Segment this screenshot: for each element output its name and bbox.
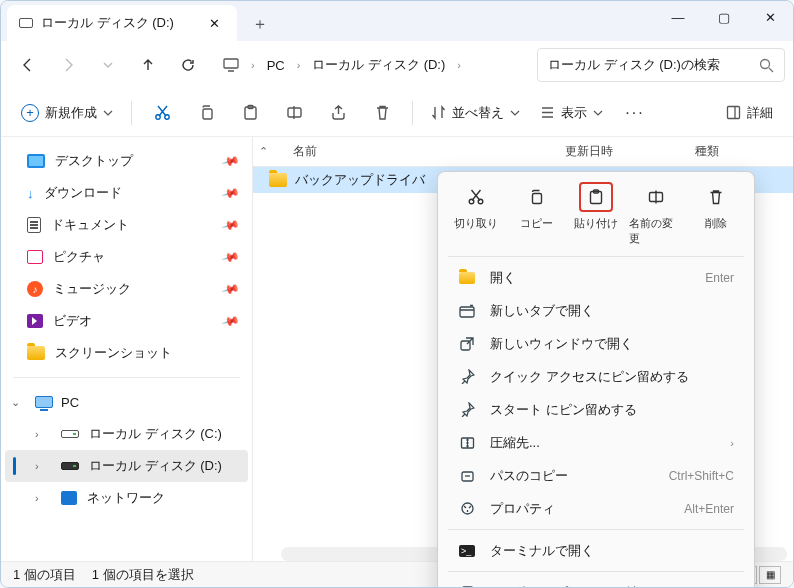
ctx-open[interactable]: 開くEnter <box>442 261 750 294</box>
toolbar: + 新規作成 並べ替え 表示 ··· 詳細 <box>1 89 793 137</box>
search-input[interactable]: ローカル ディスク (D:)の検索 <box>537 48 785 82</box>
sidebar-label: ドキュメント <box>51 216 129 234</box>
back-button[interactable] <box>9 47 47 83</box>
ctx-open-new-window[interactable]: 新しいウィンドウで開く <box>442 327 750 360</box>
chevron-right-icon: › <box>35 460 51 472</box>
search-icon <box>759 58 774 73</box>
document-icon <box>27 217 41 233</box>
ctx-rename[interactable]: 名前の変更 <box>629 182 683 246</box>
rename-button[interactable] <box>274 95 314 131</box>
view-icon <box>540 105 555 120</box>
new-label: 新規作成 <box>45 104 97 122</box>
column-date[interactable]: 更新日時 <box>553 143 683 160</box>
ctx-properties[interactable]: プロパティAlt+Enter <box>442 492 750 525</box>
ctx-compress[interactable]: 圧縮先...› <box>442 426 750 459</box>
sidebar-label: ミュージック <box>53 280 131 298</box>
chevron-right-icon[interactable]: › <box>453 59 465 71</box>
column-name[interactable]: 名前 <box>281 143 553 160</box>
sort-label: 並べ替え <box>452 104 504 122</box>
chevron-right-icon[interactable]: › <box>293 59 305 71</box>
maximize-button[interactable]: ▢ <box>701 1 747 33</box>
sidebar-item-documents[interactable]: ドキュメント📌 <box>5 209 248 241</box>
sidebar-item-downloads[interactable]: ↓ダウンロード📌 <box>5 177 248 209</box>
copy-path-icon <box>458 468 476 483</box>
separator <box>448 571 744 572</box>
ctx-copy[interactable]: コピー <box>509 182 563 246</box>
terminal-icon: >_ <box>458 545 476 557</box>
new-button[interactable]: + 新規作成 <box>13 95 121 131</box>
sidebar-item-videos[interactable]: ビデオ📌 <box>5 305 248 337</box>
chevron-right-icon[interactable]: › <box>247 59 259 71</box>
details-pane-button[interactable]: 詳細 <box>718 95 781 131</box>
view-button[interactable]: 表示 <box>532 95 611 131</box>
delete-icon <box>699 182 733 212</box>
close-button[interactable]: ✕ <box>747 1 793 33</box>
ctx-more-options[interactable]: その他のオプションを確認 <box>442 576 750 588</box>
sidebar-item-desktop[interactable]: デスクトップ📌 <box>5 145 248 177</box>
sidebar-item-disk-c[interactable]: ›ローカル ディスク (C:) <box>5 418 248 450</box>
ctx-pin-start[interactable]: スタート にピン留めする <box>442 393 750 426</box>
separator <box>448 529 744 530</box>
new-tab-button[interactable]: ＋ <box>245 9 275 39</box>
disk-icon <box>61 462 79 470</box>
separator <box>448 256 744 257</box>
up-button[interactable] <box>129 47 167 83</box>
separator <box>412 101 413 125</box>
pin-icon: 📌 <box>221 151 241 171</box>
sidebar-label: ローカル ディスク (C:) <box>89 425 222 443</box>
paste-button[interactable] <box>230 95 270 131</box>
ctx-open-terminal[interactable]: >_ターミナルで開く <box>442 534 750 567</box>
sidebar-item-pictures[interactable]: ピクチャ📌 <box>5 241 248 273</box>
sidebar: デスクトップ📌 ↓ダウンロード📌 ドキュメント📌 ピクチャ📌 ♪ミュージック📌 … <box>1 137 253 561</box>
cut-button[interactable] <box>142 95 182 131</box>
tab-active[interactable]: ローカル ディスク (D:) ✕ <box>7 5 237 41</box>
pc-icon[interactable] <box>215 48 247 82</box>
download-icon: ↓ <box>27 186 34 201</box>
ctx-cut[interactable]: 切り取り <box>449 182 503 246</box>
sidebar-item-disk-d[interactable]: ›ローカル ディスク (D:) <box>5 450 248 482</box>
svg-rect-11 <box>533 194 542 204</box>
ctx-pin-quick-access[interactable]: クイック アクセスにピン留めする <box>442 360 750 393</box>
chevron-up-icon[interactable]: ⌃ <box>259 145 268 158</box>
copy-button[interactable] <box>186 95 226 131</box>
delete-button[interactable] <box>362 95 402 131</box>
ctx-open-new-tab[interactable]: 新しいタブで開く <box>442 294 750 327</box>
crumb-pc[interactable]: PC <box>259 48 293 82</box>
svg-rect-0 <box>224 59 238 68</box>
tab-close-button[interactable]: ✕ <box>203 12 225 34</box>
icons-view-button[interactable]: ▦ <box>759 566 781 584</box>
forward-button[interactable] <box>49 47 87 83</box>
refresh-button[interactable] <box>169 47 207 83</box>
separator <box>13 377 240 378</box>
chevron-down-icon: ⌄ <box>11 396 27 409</box>
chevron-down-icon <box>593 108 603 118</box>
chevron-down-icon <box>510 108 520 118</box>
status-selected: 1 個の項目を選択 <box>92 566 194 584</box>
details-icon <box>726 105 741 120</box>
ctx-paste[interactable]: 貼り付け <box>569 182 623 246</box>
disk-icon <box>61 430 79 438</box>
column-type[interactable]: 種類 <box>683 143 731 160</box>
new-window-icon <box>458 336 476 352</box>
network-icon <box>61 491 77 505</box>
sidebar-item-music[interactable]: ♪ミュージック📌 <box>5 273 248 305</box>
ctx-copy-path[interactable]: パスのコピーCtrl+Shift+C <box>442 459 750 492</box>
recent-dropdown[interactable] <box>89 47 127 83</box>
share-button[interactable] <box>318 95 358 131</box>
sidebar-item-screenshots[interactable]: スクリーンショット <box>5 337 248 369</box>
sidebar-group-pc[interactable]: ⌄PC <box>1 386 252 418</box>
pin-start-icon <box>458 402 476 417</box>
navbar: › PC › ローカル ディスク (D:) › ローカル ディスク (D:)の検… <box>1 41 793 89</box>
copy-icon <box>519 182 553 212</box>
sidebar-item-network[interactable]: ›ネットワーク <box>5 482 248 514</box>
minimize-button[interactable]: — <box>655 1 701 33</box>
address-bar[interactable]: › PC › ローカル ディスク (D:) › <box>215 48 529 82</box>
sort-button[interactable]: 並べ替え <box>423 95 528 131</box>
ctx-delete[interactable]: 削除 <box>689 182 743 246</box>
more-button[interactable]: ··· <box>615 95 655 131</box>
cut-icon <box>459 182 493 212</box>
folder-icon <box>269 173 287 187</box>
crumb-drive[interactable]: ローカル ディスク (D:) <box>304 48 453 82</box>
drive-icon <box>19 18 33 28</box>
sidebar-label: ネットワーク <box>87 489 165 507</box>
